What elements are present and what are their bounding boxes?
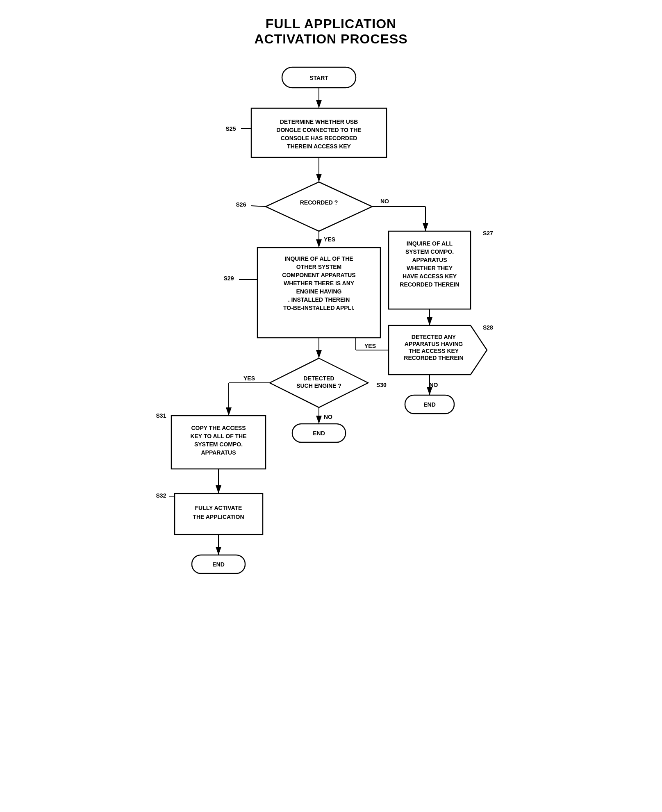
s31-text-1: COPY THE ACCESS: [191, 425, 246, 431]
s27-text-4: WHETHER THEY: [407, 265, 453, 271]
s32-label: S32: [156, 492, 166, 499]
end3-node: END: [192, 555, 245, 573]
no-label-s26: NO: [380, 198, 389, 205]
s25-label: S25: [225, 125, 236, 132]
svg-marker-3: [266, 182, 372, 231]
no-label-s28: NO: [429, 382, 438, 388]
s30-label: S30: [376, 382, 387, 388]
s30-text-1: DETECTED: [303, 375, 334, 382]
s31-text-2: KEY TO ALL OF THE: [190, 433, 246, 439]
s27-text-2: SYSTEM COMPO.: [405, 248, 453, 255]
s29-text-1: INQUIRE OF ALL OF THE: [284, 255, 353, 262]
s28-text-2: APPARATUS HAVING: [404, 341, 462, 347]
s29-text-4: WHETHER THERE IS ANY: [283, 280, 354, 287]
s30-text-2: SUCH ENGINE ?: [296, 382, 341, 389]
s27-text-6: RECORDED THEREIN: [400, 281, 459, 288]
end3-label: END: [212, 561, 225, 568]
s29-text-7: TO-BE-INSTALLED APPLI.: [283, 305, 355, 311]
s32-text-2: THE APPLICATION: [193, 514, 244, 520]
diagram-title: FULL APPLICATION ACTIVATION PROCESS: [147, 16, 516, 47]
s28-text-4: RECORDED THEREIN: [404, 355, 463, 361]
s25-text-1: DETERMINE WHETHER USB: [280, 118, 358, 125]
flowchart-svg: START DETERMINE WHETHER USB DONGLE CONNE…: [147, 59, 516, 812]
s31-label: S31: [156, 412, 166, 419]
s27-label: S27: [483, 230, 493, 237]
s26-text: RECORDED ?: [300, 199, 338, 206]
yes-label-s28: YES: [364, 343, 375, 349]
s28-text-3: THE ACCESS KEY: [408, 348, 459, 354]
end1-label: END: [423, 401, 436, 408]
s28-node: DETECTED ANY APPARATUS HAVING THE ACCESS…: [389, 325, 487, 375]
s27-node: INQUIRE OF ALL SYSTEM COMPO. APPARATUS W…: [389, 231, 471, 309]
start-node: START: [282, 67, 356, 88]
s27-text-3: APPARATUS: [412, 257, 447, 263]
s27-text-1: INQUIRE OF ALL: [406, 240, 453, 247]
s32-node: FULLY ACTIVATE THE APPLICATION: [175, 494, 263, 535]
s29-text-2: OTHER SYSTEM: [296, 264, 341, 270]
s30-node: DETECTED SUCH ENGINE ?: [270, 358, 368, 407]
s31-node: COPY THE ACCESS KEY TO ALL OF THE SYSTEM…: [171, 416, 266, 469]
yes-label-s26: YES: [324, 236, 335, 243]
no-label-s30: NO: [324, 414, 332, 420]
s28-text-1: DETECTED ANY: [411, 334, 456, 340]
s31-text-3: SYSTEM COMPO.: [194, 441, 242, 448]
s29-node: INQUIRE OF ALL OF THE OTHER SYSTEM COMPO…: [257, 248, 380, 338]
s27-text-5: HAVE ACCESS KEY: [402, 273, 457, 280]
end2-node: END: [292, 424, 346, 442]
s26-node: RECORDED ?: [266, 182, 372, 231]
s31-text-4: APPARATUS: [201, 449, 236, 456]
s25-text-4: THEREIN ACCESS KEY: [287, 143, 351, 150]
s25-text-2: DONGLE CONNECTED TO THE: [276, 127, 361, 133]
s25-node: DETERMINE WHETHER USB DONGLE CONNECTED T…: [251, 108, 387, 157]
s28-label: S28: [483, 324, 493, 331]
s29-label: S29: [223, 275, 234, 282]
s29-text-3: COMPONENT APPARATUS: [282, 272, 355, 278]
s26-label: S26: [236, 201, 246, 208]
end1-node: END: [405, 395, 454, 414]
s26-label-line: [251, 206, 266, 207]
s29-text-6: . INSTALLED THEREIN: [288, 296, 350, 303]
title-line2: ACTIVATION PROCESS: [254, 32, 407, 46]
end2-label: END: [313, 430, 325, 437]
s32-text-1: FULLY ACTIVATE: [195, 505, 242, 511]
diagram-container: FULL APPLICATION ACTIVATION PROCESS STAR…: [147, 16, 516, 812]
start-label: START: [309, 75, 328, 81]
s25-text-3: CONSOLE HAS RECORDED: [280, 135, 357, 141]
s29-text-5: ENGINE HAVING: [296, 288, 341, 295]
yes-label-s30: YES: [243, 375, 255, 382]
title-line1: FULL APPLICATION: [266, 16, 396, 31]
